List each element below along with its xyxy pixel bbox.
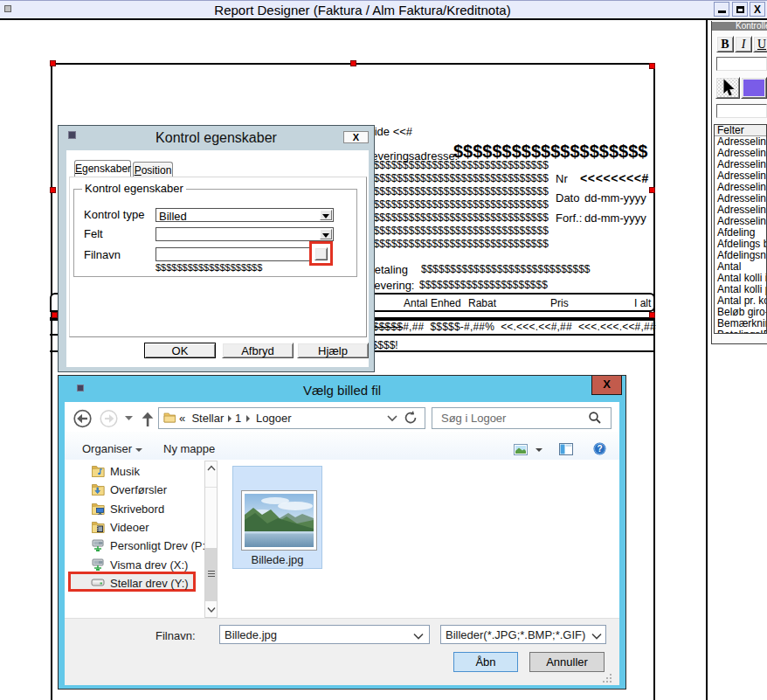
svg-text:?: ? bbox=[597, 444, 602, 454]
